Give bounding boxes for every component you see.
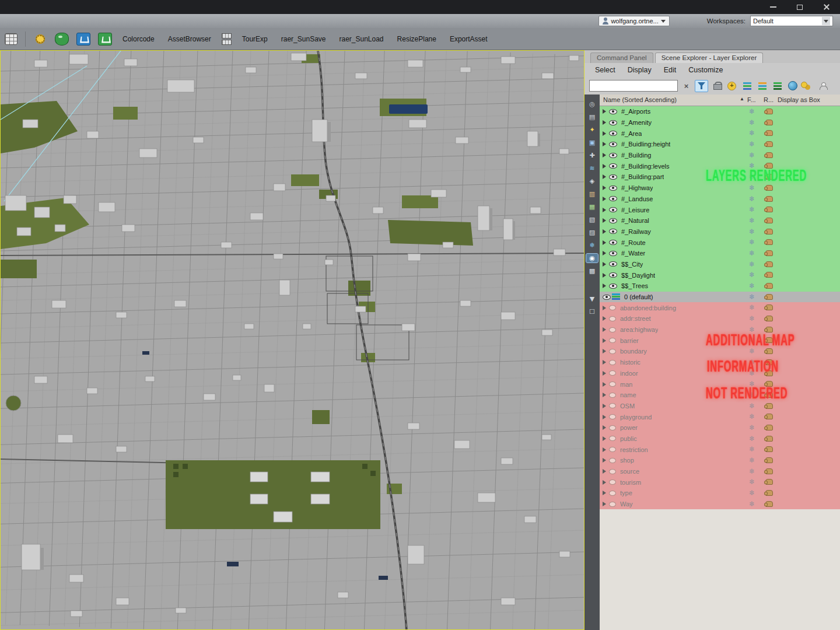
layer-state-icon[interactable] <box>609 370 616 376</box>
menu-select[interactable]: Select <box>595 66 615 74</box>
filter-funnel-icon[interactable]: ▼ <box>586 295 598 303</box>
layer-name[interactable]: #_Water <box>621 250 645 257</box>
layer-name[interactable]: #_Route <box>621 239 646 246</box>
layer-row[interactable]: OSM❄ <box>600 401 840 412</box>
layer-state-icon[interactable] <box>609 349 616 354</box>
layer-state-icon[interactable] <box>609 393 616 398</box>
layer-row[interactable]: #_Building:part❄ <box>600 172 840 183</box>
layer-name[interactable]: historic <box>620 359 640 366</box>
layer-row[interactable]: boundary❄ <box>600 346 840 357</box>
freeze-icon[interactable]: ❄ <box>749 489 755 497</box>
freeze-icon[interactable]: ❄ <box>749 228 755 236</box>
layer-name[interactable]: man <box>620 381 632 388</box>
render-icon[interactable] <box>765 304 773 310</box>
layer-name[interactable]: name <box>620 391 636 398</box>
layer-row[interactable]: area:highway❄ <box>600 324 840 335</box>
layer-name[interactable]: #_Area <box>621 130 642 137</box>
render-icon[interactable] <box>765 229 773 235</box>
expander-icon[interactable] <box>603 306 606 310</box>
freeze-icon[interactable]: ❄ <box>749 402 755 410</box>
cart-save-icon[interactable] <box>76 33 90 46</box>
expander-icon[interactable] <box>603 404 606 408</box>
render-icon[interactable] <box>765 425 773 430</box>
freeze-icon[interactable]: ❄ <box>749 314 755 323</box>
display-filter-icon[interactable] <box>695 80 708 92</box>
tab-command-panel[interactable]: Command Panel <box>590 52 653 63</box>
layer-row[interactable]: tourism❄ <box>600 477 840 488</box>
layer-name[interactable]: area:highway <box>620 326 658 333</box>
expander-icon[interactable] <box>603 436 606 441</box>
active-layer-icon[interactable] <box>612 293 620 301</box>
eye-icon[interactable] <box>609 163 617 169</box>
render-icon[interactable] <box>765 370 773 376</box>
render-icon[interactable] <box>765 261 773 267</box>
exportasset-button[interactable]: ExportAsset <box>447 33 491 45</box>
layer-row[interactable]: #_Amenity❄ <box>600 117 840 128</box>
display-materials-icon[interactable]: ▦ <box>586 202 598 211</box>
layer-name[interactable]: #_Building <box>621 152 651 159</box>
freeze-icon[interactable]: ❄ <box>749 467 755 475</box>
freeze-icon[interactable]: ❄ <box>749 162 755 170</box>
expander-icon[interactable] <box>603 229 606 234</box>
eye-icon[interactable] <box>609 153 617 158</box>
minimize-button[interactable] <box>760 0 786 14</box>
render-icon[interactable] <box>765 152 773 158</box>
freeze-icon[interactable]: ❄ <box>749 500 755 508</box>
freeze-icon[interactable]: ❄ <box>749 369 755 377</box>
expander-icon[interactable] <box>603 174 606 179</box>
layer-row[interactable]: restriction❄ <box>600 444 840 455</box>
layer-name[interactable]: power <box>620 424 638 431</box>
layer-row[interactable]: #_Natural❄ <box>600 215 840 226</box>
expander-icon[interactable] <box>603 349 606 354</box>
freeze-icon[interactable]: ❄ <box>749 380 755 388</box>
display-hidden-icon[interactable]: ◉ <box>586 254 598 262</box>
layer-state-icon[interactable] <box>609 305 616 310</box>
eye-icon[interactable] <box>609 207 617 212</box>
freeze-icon[interactable]: ❄ <box>749 445 755 453</box>
expander-icon[interactable] <box>603 338 606 343</box>
column-display-as-box[interactable]: Display as Box <box>778 96 820 103</box>
layer-name[interactable]: restriction <box>620 446 648 453</box>
layer-row[interactable]: name❄ <box>600 390 840 401</box>
display-particles-icon[interactable]: ◈ <box>586 177 598 186</box>
raer-sunload-button[interactable]: raer_SunLoad <box>336 33 386 45</box>
layer-name[interactable]: playground <box>620 414 652 421</box>
eye-icon[interactable] <box>609 120 617 125</box>
menu-customize[interactable]: Customize <box>688 66 723 74</box>
column-frozen[interactable]: F... <box>747 96 756 103</box>
freeze-icon[interactable]: ❄ <box>749 129 755 137</box>
render-icon[interactable] <box>765 327 773 332</box>
layer-state-icon[interactable] <box>609 338 616 343</box>
layer-name[interactable]: $$_City <box>621 261 643 268</box>
layer-row[interactable]: #_Area❄ <box>600 128 840 139</box>
layer-name[interactable]: $$_Trees <box>621 282 648 289</box>
column-render[interactable]: R... <box>764 96 774 103</box>
expander-icon[interactable] <box>603 186 606 190</box>
layer-name[interactable]: addr:street <box>620 315 651 322</box>
workspace-select[interactable]: Default <box>750 16 833 26</box>
lock-cell-editing-icon[interactable] <box>710 80 723 92</box>
pick-character-icon[interactable] <box>816 80 830 92</box>
menu-edit[interactable]: Edit <box>664 66 677 74</box>
layer-row[interactable]: playground❄ <box>600 411 840 422</box>
expander-icon[interactable] <box>603 240 606 245</box>
eye-icon[interactable] <box>603 295 611 300</box>
clear-search-icon[interactable]: × <box>680 80 693 92</box>
display-helpers-icon[interactable]: ✚ <box>586 151 598 160</box>
eye-icon[interactable] <box>609 131 617 136</box>
eye-icon[interactable] <box>609 174 617 180</box>
expander-icon[interactable] <box>603 218 606 223</box>
layer-name[interactable]: $$_Daylight <box>621 272 655 279</box>
expander-icon[interactable] <box>603 382 606 387</box>
freeze-icon[interactable]: ❄ <box>749 140 755 148</box>
cart-load-icon[interactable] <box>98 33 112 46</box>
expander-icon[interactable] <box>603 273 606 278</box>
render-icon[interactable] <box>765 337 773 343</box>
layer-row[interactable]: indoor❄ <box>600 368 840 379</box>
freeze-icon[interactable]: ❄ <box>749 282 755 290</box>
expander-icon[interactable] <box>603 371 606 376</box>
render-icon[interactable] <box>765 174 773 180</box>
layer-state-icon[interactable] <box>609 502 616 507</box>
render-icon[interactable] <box>765 250 773 256</box>
freeze-icon[interactable]: ❄ <box>749 424 755 432</box>
